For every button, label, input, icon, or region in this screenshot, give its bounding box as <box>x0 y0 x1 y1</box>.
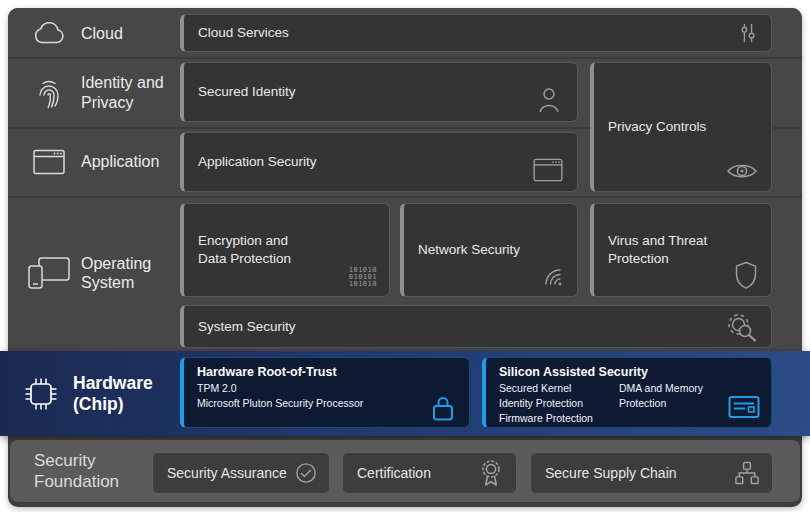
cloud-icon <box>22 22 76 45</box>
app-window-icon <box>533 158 563 182</box>
lock-icon <box>431 394 455 422</box>
fingerprint-icon <box>22 77 76 109</box>
person-icon <box>537 86 561 114</box>
box-label: Security Assurance <box>167 465 287 481</box>
box-label: Application Security <box>198 153 317 171</box>
box-column-left: Secured Kernel Identity Protection Firmw… <box>499 381 593 426</box>
box-title: Hardware Root-of-Trust <box>197 365 457 379</box>
box-line: TPM 2.0 <box>197 381 457 396</box>
box-application-security: Application Security <box>180 132 578 192</box>
row-label-security-foundation: Security Foundation <box>34 440 154 502</box>
box-label: Network Security <box>418 241 520 259</box>
box-system-security: System Security <box>180 305 772 348</box>
row-label-text: Security Foundation <box>34 450 154 493</box>
devices-icon <box>22 256 76 290</box>
row-label-text: Identity and Privacy <box>81 73 179 111</box>
box-label: Secured Identity <box>198 83 296 101</box>
box-label: Secure Supply Chain <box>545 465 677 481</box>
row-label-text: Application <box>81 152 159 171</box>
box-label: Virus and Threat Protection <box>608 232 728 267</box>
row-label-cloud: Cloud <box>8 10 184 57</box>
row-label-text: Cloud <box>81 24 123 43</box>
box-column-right: DMA and Memory Protection <box>619 381 711 426</box>
box-secure-supply-chain: Secure Supply Chain <box>530 452 773 494</box>
box-line: Microsoft Pluton Security Processor <box>197 396 457 411</box>
box-security-assurance: Security Assurance <box>152 452 330 494</box>
gear-search-icon <box>725 311 757 343</box>
box-label: Privacy Controls <box>608 118 706 136</box>
box-label: System Security <box>198 318 296 336</box>
box-label: Certification <box>357 465 431 481</box>
shield-icon <box>733 260 759 290</box>
box-title: Silicon Assisted Security <box>499 365 759 379</box>
row-label-text: Hardware (Chip) <box>73 373 175 415</box>
box-cloud-services: Cloud Services <box>180 14 772 52</box>
chip-icon <box>14 376 68 412</box>
check-circle-icon <box>295 462 317 484</box>
org-chart-icon <box>734 460 760 486</box>
box-label: Cloud Services <box>198 24 289 42</box>
box-network-security: Network Security <box>400 203 578 297</box>
box-certification: Certification <box>342 452 517 494</box>
binary-code-icon: 101010 010101 101010 <box>349 267 377 288</box>
app-window-icon <box>22 149 76 175</box>
row-label-identity-privacy: Identity and Privacy <box>8 59 184 126</box>
windows-security-layers-diagram: Cloud Identity and Privacy Application O… <box>0 0 810 512</box>
box-silicon-assisted-security: Silicon Assisted Security Secured Kernel… <box>482 357 772 428</box>
eye-icon <box>726 161 758 181</box>
row-label-hardware-chip: Hardware (Chip) <box>0 351 180 436</box>
box-encryption-data-protection: Encryption and Data Protection 101010 01… <box>180 203 390 297</box>
memory-card-icon <box>728 394 760 420</box>
row-label-application: Application <box>8 129 184 195</box>
row-label-text: Operating System <box>81 254 173 292</box>
row-label-operating-system: Operating System <box>8 198 184 348</box>
box-secured-identity: Secured Identity <box>180 62 578 122</box>
box-privacy-controls: Privacy Controls <box>590 62 772 192</box>
box-virus-threat-protection: Virus and Threat Protection <box>590 203 772 297</box>
ribbon-badge-icon <box>478 458 504 488</box>
wifi-icon <box>539 266 565 288</box>
sliders-icon <box>739 21 757 45</box>
box-hardware-root-of-trust: Hardware Root-of-Trust TPM 2.0 Microsoft… <box>180 357 470 428</box>
box-label: Encryption and Data Protection <box>198 232 310 267</box>
